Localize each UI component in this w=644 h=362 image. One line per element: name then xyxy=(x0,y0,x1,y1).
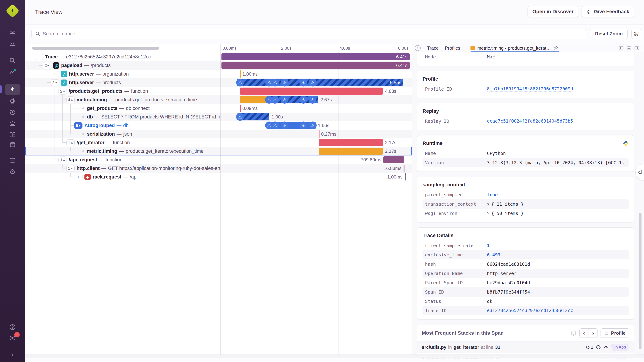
sidebar-item-stats[interactable] xyxy=(0,157,25,164)
error-warning-icon[interactable]: ⚠ xyxy=(300,79,307,86)
error-warning-icon[interactable]: ⚠ xyxy=(309,79,317,86)
span-children-badge[interactable]: 1∧ xyxy=(58,157,67,163)
error-warning-icon[interactable]: ⚠ xyxy=(271,122,279,129)
reset-zoom-button[interactable]: Reset Zoom xyxy=(590,29,628,39)
detail-card: ProfileProfile ID8fb7bb1891994f8c862f206… xyxy=(417,71,634,98)
error-warning-icon[interactable]: ⚠ xyxy=(271,96,279,104)
layout-bottom-panel-icon[interactable] xyxy=(626,46,632,51)
span-bar[interactable] xyxy=(222,53,410,60)
span-children-badge[interactable]: + xyxy=(74,174,82,180)
span-children-badge[interactable]: 2∧ xyxy=(58,88,67,95)
span-row[interactable]: db—SELECT * FROM products WHERE id IN (S… xyxy=(25,113,412,121)
span-bar[interactable] xyxy=(383,156,404,163)
tab-profiles[interactable]: Profiles xyxy=(445,45,460,51)
span-row[interactable]: +◆rack.request—/api1.00ms xyxy=(25,173,412,181)
span-row[interactable]: 1Trace—e31278c256524c3297e2cd12458e12cc6… xyxy=(25,52,412,61)
span-tick[interactable] xyxy=(404,165,404,172)
sidebar-item-performance[interactable] xyxy=(0,86,25,93)
sidebar-item-explore[interactable] xyxy=(0,57,25,64)
span-tick[interactable] xyxy=(405,173,406,181)
error-warning-icon[interactable]: ⚠ xyxy=(236,113,244,121)
span-row[interactable]: serialization—json0.27ms xyxy=(25,130,412,138)
error-warning-icon[interactable]: ⚠ xyxy=(236,79,244,86)
error-warning-icon[interactable]: ⚠ xyxy=(281,122,288,129)
span-tick[interactable] xyxy=(240,70,241,78)
layout-right-panel-icon[interactable] xyxy=(634,46,640,51)
expand-chevron-icon[interactable]: > xyxy=(487,211,490,216)
span-row[interactable]: 2∨http.server—products5.55s⚠⚠⚠⚠⚠⚠ xyxy=(25,78,412,87)
horizontal-scrollbar[interactable] xyxy=(32,47,159,50)
span-bar-self-time[interactable] xyxy=(240,96,267,103)
sidebar-item-help[interactable] xyxy=(0,324,25,331)
kv-value[interactable]: ecae7c51f0024f2fa82e6314045d73b5 xyxy=(487,119,573,124)
span-children-badge[interactable]: 1 xyxy=(35,54,43,60)
span-bar[interactable] xyxy=(240,88,383,95)
span-children-badge[interactable]: 2∨ xyxy=(51,79,59,86)
error-warning-icon[interactable]: ⚠ xyxy=(300,122,307,129)
sidebar-item-insights[interactable] xyxy=(0,68,25,76)
span-row[interactable]: 2+pageload—/products6.41s xyxy=(25,61,412,70)
hook-icon[interactable] xyxy=(604,345,608,350)
tree-guide-line xyxy=(54,104,55,113)
vertical-scrollbar[interactable] xyxy=(639,213,642,349)
sidebar-item-alerts[interactable] xyxy=(0,120,25,127)
tab-span-details[interactable]: metric.timing - products.get_iterat… xyxy=(470,44,560,52)
sidebar-item-settings[interactable]: ⚙ xyxy=(0,168,25,176)
sidebar-item-feedback[interactable] xyxy=(0,98,25,104)
span-tick[interactable] xyxy=(318,130,320,138)
span-bar[interactable] xyxy=(237,79,404,86)
sentry-logo[interactable] xyxy=(5,3,20,18)
span-children-badge[interactable]: 5∨ xyxy=(74,122,82,129)
span-bar[interactable] xyxy=(318,139,383,146)
error-warning-icon[interactable]: ⚠ xyxy=(281,79,288,86)
span-row[interactable]: get_products—db.connect0.09ms xyxy=(25,104,412,113)
tab-trace[interactable]: Trace xyxy=(427,45,439,51)
search-input[interactable] xyxy=(43,31,582,37)
span-bar[interactable] xyxy=(222,62,410,69)
span-row[interactable]: +http.server—organization1.00ms xyxy=(25,70,412,78)
error-warning-icon[interactable]: ⚠ xyxy=(271,79,279,86)
stack-frame-row[interactable]: src/utils.pyinget_iteratorat line311In A… xyxy=(417,342,634,353)
span-row[interactable]: 2∧/products.get_products—function4.83s xyxy=(25,87,412,95)
span-children-badge[interactable]: 4∧ xyxy=(66,96,74,103)
error-warning-icon[interactable]: ⚠ xyxy=(309,122,317,129)
sidebar-item-projects[interactable] xyxy=(0,40,25,47)
span-children-badge[interactable]: + xyxy=(51,71,59,77)
collapse-drawer-icon[interactable] xyxy=(414,45,421,51)
sidebar-collapse-toggle[interactable]: › xyxy=(0,350,25,359)
kv-value[interactable]: 8fb7bb1891994f8c862f206e8722009d xyxy=(487,86,573,92)
profile-button[interactable]: Profile xyxy=(600,328,629,338)
error-warning-icon[interactable]: ⚠ xyxy=(281,96,288,104)
pin-icon[interactable] xyxy=(553,46,558,51)
span-row[interactable]: 1∧/api_request—function709.80ms xyxy=(25,156,412,164)
sidebar-item-whats-new[interactable] xyxy=(0,335,25,342)
sidebar-item-releases[interactable] xyxy=(0,141,25,148)
prev-stack-button[interactable]: ‹ xyxy=(580,329,588,338)
span-tick[interactable] xyxy=(240,105,241,112)
sidebar-item-replays[interactable] xyxy=(0,109,25,116)
span-children-badge[interactable]: 2+ xyxy=(43,62,51,69)
span-children-badge[interactable]: 1∧ xyxy=(66,165,74,172)
layout-left-panel-icon[interactable] xyxy=(618,46,624,51)
expand-chevron-icon[interactable]: > xyxy=(487,201,490,206)
sidebar-item-dashboards[interactable] xyxy=(0,132,25,138)
shortcuts-button[interactable]: ⌘ xyxy=(632,29,641,39)
sidebar-item-issues[interactable] xyxy=(0,29,25,35)
span-row[interactable]: 1∧/get_iterator—function2.17s xyxy=(25,138,412,147)
span-row[interactable]: 4∧metric.timing—products.get_products.ex… xyxy=(25,95,412,104)
next-stack-button[interactable]: › xyxy=(588,329,598,338)
span-row[interactable]: 5∨Autogrouped—db1.66s⚠⚠⚠⚠⚠ xyxy=(25,121,412,130)
error-warning-icon[interactable]: ⚠ xyxy=(300,96,307,104)
give-feedback-button[interactable]: Give Feedback xyxy=(582,6,634,17)
kv-value[interactable]: e31278c256524c3297e2cd12458e12cc xyxy=(487,308,573,313)
span-row[interactable]: metric.timing—products.get_iterator.exec… xyxy=(25,147,412,156)
span-bar[interactable] xyxy=(318,148,383,155)
error-warning-icon[interactable]: ⚠ xyxy=(308,96,316,104)
span-children-badge[interactable]: 1∧ xyxy=(66,139,74,146)
span-row[interactable]: 1∧http.client—GET https://application-mo… xyxy=(25,164,412,173)
help-icon[interactable] xyxy=(570,330,576,336)
search-box[interactable] xyxy=(32,29,586,39)
open-in-discover-button[interactable]: Open in Discover xyxy=(528,6,578,17)
github-icon[interactable] xyxy=(596,345,601,350)
tree-connector xyxy=(70,104,71,108)
